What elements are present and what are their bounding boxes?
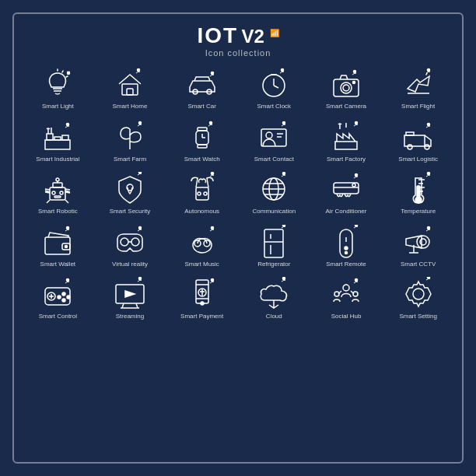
svg-point-126 [201, 302, 204, 305]
icon-cloud[interactable]: Cloud [240, 274, 309, 324]
smart-clock-icon [257, 67, 291, 101]
svg-point-65 [211, 173, 213, 175]
svg-rect-23 [47, 134, 53, 140]
communication-label: Communication [253, 208, 296, 215]
svg-point-18 [353, 71, 355, 73]
icon-smart-music[interactable]: Smart Music [167, 222, 236, 271]
svg-point-15 [341, 82, 352, 93]
svg-rect-37 [261, 129, 286, 146]
svg-rect-34 [198, 128, 207, 131]
smart-payment-label: Smart Payment [180, 313, 223, 320]
svg-point-5 [137, 69, 139, 72]
smart-logistic-icon [401, 120, 436, 154]
main-container: IOT V2 📶 Icon collection Smart Light Sma… [12, 12, 464, 464]
icon-smart-factory[interactable]: Smart Factory [312, 117, 381, 166]
virtual-reality-icon [113, 225, 147, 259]
icon-smart-wallet[interactable]: Smart Wallet [23, 222, 93, 271]
svg-point-36 [209, 121, 212, 124]
icon-refrigerator[interactable]: Refrigerator [240, 222, 309, 271]
smart-control-label: Smart Control [39, 313, 77, 320]
smart-logistic-label: Smart Logistic [398, 156, 438, 163]
svg-point-47 [408, 145, 412, 149]
icon-smart-security[interactable]: Smart Security [96, 169, 165, 219]
smart-factory-label: Smart Factory [327, 156, 366, 163]
icon-smart-control[interactable]: Smart Control [23, 274, 93, 324]
svg-point-57 [56, 178, 59, 181]
smart-setting-label: Smart Setting [399, 313, 436, 320]
smart-security-icon [113, 172, 147, 206]
icon-communication[interactable]: Communication [240, 169, 309, 219]
icon-smart-cctv[interactable]: Smart CCTV [383, 222, 453, 271]
cloud-label: Cloud [266, 313, 282, 320]
icon-smart-home[interactable]: Smart Home [96, 64, 165, 114]
svg-point-101 [345, 247, 348, 250]
icon-smart-camera[interactable]: Smart Camera [312, 64, 381, 114]
icon-smart-robotic[interactable]: Smart Robotic [23, 169, 93, 219]
icon-smart-payment[interactable]: Smart Payment [167, 274, 236, 324]
icon-social-hub[interactable]: Social Hub [312, 274, 381, 324]
icon-temperature[interactable]: Temperature [383, 169, 453, 219]
svg-point-87 [121, 238, 128, 246]
icon-smart-remote[interactable]: Smart Remote [312, 222, 381, 271]
smart-farm-label: Smart Farm [114, 156, 146, 163]
icon-autonomous[interactable]: Autonomous [167, 169, 236, 219]
air-conditioner-label: Air Conditioner [326, 208, 367, 215]
icon-smart-car[interactable]: Smart Car [167, 64, 236, 114]
smart-cctv-icon [401, 225, 436, 259]
svg-point-38 [266, 132, 272, 138]
smart-light-label: Smart Light [42, 103, 74, 110]
svg-point-133 [343, 285, 349, 291]
svg-point-130 [211, 279, 213, 282]
icon-smart-farm[interactable]: Smart Farm [96, 117, 165, 166]
smart-camera-icon [329, 67, 363, 101]
icon-smart-light[interactable]: Smart Light [23, 64, 93, 114]
svg-point-85 [65, 245, 68, 247]
svg-line-58 [47, 200, 50, 203]
smart-clock-label: Smart Clock [257, 103, 292, 110]
smart-robotic-label: Smart Robotic [38, 208, 78, 215]
smart-car-label: Smart Car [187, 103, 215, 110]
icon-smart-logistic[interactable]: Smart Logistic [383, 117, 453, 166]
svg-rect-54 [54, 196, 61, 198]
svg-rect-3 [122, 84, 138, 95]
autonomous-icon [185, 172, 219, 206]
communication-icon [257, 172, 291, 206]
svg-point-53 [60, 191, 63, 194]
svg-line-120 [136, 303, 138, 308]
svg-point-50 [427, 123, 429, 125]
svg-point-61 [138, 172, 141, 173]
icon-smart-flight[interactable]: Smart Flight [383, 64, 453, 114]
smart-home-label: Smart Home [113, 103, 148, 110]
svg-point-64 [204, 192, 207, 195]
icon-air-conditioner[interactable]: Air Conditioner [312, 169, 381, 219]
svg-point-138 [355, 279, 357, 282]
svg-point-80 [415, 197, 422, 203]
svg-point-93 [211, 226, 213, 229]
svg-point-45 [355, 121, 357, 124]
svg-point-115 [62, 299, 65, 302]
icon-virtual-reality[interactable]: Virtual reality [96, 222, 165, 271]
icon-smart-clock[interactable]: Smart Clock [240, 64, 309, 114]
smart-control-icon [40, 277, 75, 311]
smart-security-label: Smart Security [110, 208, 150, 215]
icon-smart-industrial[interactable]: Smart Industrial [23, 117, 93, 166]
svg-rect-49 [406, 132, 414, 135]
subtitle: Icon collection [197, 48, 278, 58]
svg-point-20 [427, 69, 429, 72]
svg-rect-94 [264, 229, 283, 257]
svg-rect-46 [404, 135, 425, 146]
icon-streaming[interactable]: Streaming [96, 274, 165, 324]
svg-point-114 [67, 296, 70, 299]
svg-point-139 [413, 289, 424, 299]
title-section: IOT V2 📶 Icon collection [197, 23, 278, 58]
smart-music-label: Smart Music [184, 261, 219, 268]
icons-grid: Smart Light Smart Home Smart Car Smart C… [23, 64, 453, 324]
svg-point-90 [138, 226, 141, 229]
svg-point-98 [283, 225, 285, 226]
icon-smart-watch[interactable]: Smart Watch [167, 117, 236, 166]
icon-smart-setting[interactable]: Smart Setting [383, 274, 453, 324]
svg-line-119 [122, 303, 124, 308]
icon-smart-contact[interactable]: Smart Contact [240, 117, 309, 166]
streaming-label: Streaming [116, 313, 144, 320]
svg-rect-25 [62, 135, 68, 140]
